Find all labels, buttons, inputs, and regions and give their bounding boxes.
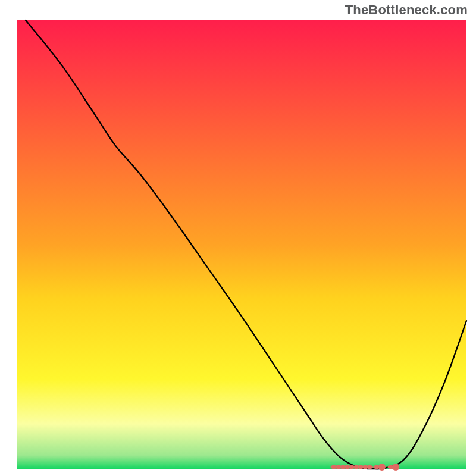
optimal-marker — [392, 464, 399, 471]
bottleneck-chart — [0, 0, 476, 476]
optimal-marker — [367, 465, 373, 469]
gradient-background — [17, 20, 466, 469]
chart-stage: TheBottleneck.com — [0, 0, 476, 476]
optimal-marker — [378, 464, 386, 471]
